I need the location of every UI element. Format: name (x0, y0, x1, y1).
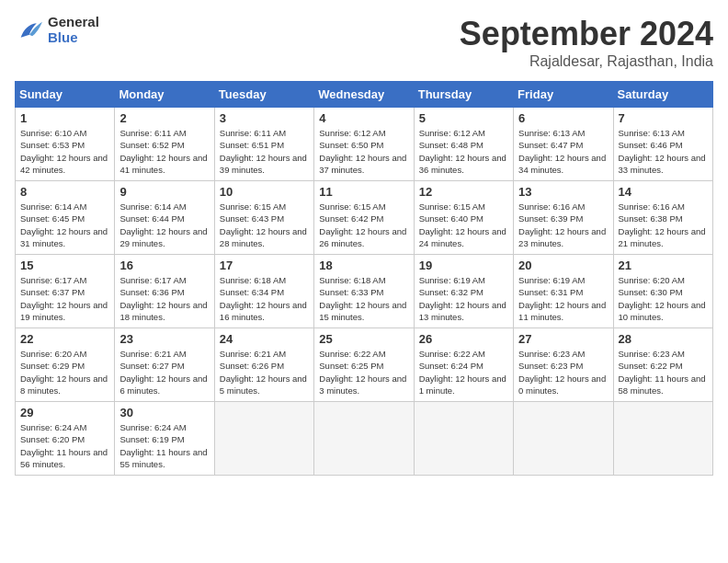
day-cell-13: 13Sunrise: 6:16 AMSunset: 6:39 PMDayligh… (514, 181, 613, 255)
calendar-week-row: 8Sunrise: 6:14 AMSunset: 6:45 PMDaylight… (16, 181, 713, 255)
day-header-friday: Friday (514, 82, 613, 108)
day-cell-21: 21Sunrise: 6:20 AMSunset: 6:30 PMDayligh… (613, 255, 712, 328)
day-cell-20: 20Sunrise: 6:19 AMSunset: 6:31 PMDayligh… (514, 255, 613, 328)
calendar-week-row: 29Sunrise: 6:24 AMSunset: 6:20 PMDayligh… (16, 402, 713, 476)
day-header-saturday: Saturday (613, 82, 712, 108)
day-cell-24: 24Sunrise: 6:21 AMSunset: 6:26 PMDayligh… (214, 328, 313, 402)
empty-cell (514, 402, 613, 476)
day-header-wednesday: Wednesday (314, 82, 414, 108)
calendar-table: SundayMondayTuesdayWednesdayThursdayFrid… (15, 81, 713, 476)
calendar-week-row: 15Sunrise: 6:17 AMSunset: 6:37 PMDayligh… (16, 255, 713, 328)
day-cell-17: 17Sunrise: 6:18 AMSunset: 6:34 PMDayligh… (214, 255, 313, 328)
day-cell-7: 7Sunrise: 6:13 AMSunset: 6:46 PMDaylight… (613, 108, 712, 181)
day-cell-1: 1Sunrise: 6:10 AMSunset: 6:53 PMDaylight… (16, 108, 115, 181)
day-header-monday: Monday (115, 82, 214, 108)
location-title: Rajaldesar, Rajasthan, India (460, 53, 713, 70)
calendar-week-row: 1Sunrise: 6:10 AMSunset: 6:53 PMDaylight… (16, 108, 713, 181)
day-cell-2: 2Sunrise: 6:11 AMSunset: 6:52 PMDaylight… (115, 108, 214, 181)
day-cell-12: 12Sunrise: 6:15 AMSunset: 6:40 PMDayligh… (414, 181, 513, 255)
day-cell-3: 3Sunrise: 6:11 AMSunset: 6:51 PMDaylight… (214, 108, 313, 181)
day-cell-15: 15Sunrise: 6:17 AMSunset: 6:37 PMDayligh… (16, 255, 115, 328)
page-header: General Blue September 2024 Rajaldesar, … (15, 15, 713, 70)
day-cell-30: 30Sunrise: 6:24 AMSunset: 6:19 PMDayligh… (115, 402, 214, 476)
day-cell-18: 18Sunrise: 6:18 AMSunset: 6:33 PMDayligh… (314, 255, 414, 328)
day-header-thursday: Thursday (414, 82, 513, 108)
day-cell-25: 25Sunrise: 6:22 AMSunset: 6:25 PMDayligh… (314, 328, 414, 402)
day-cell-5: 5Sunrise: 6:12 AMSunset: 6:48 PMDaylight… (414, 108, 513, 181)
calendar-week-row: 22Sunrise: 6:20 AMSunset: 6:29 PMDayligh… (16, 328, 713, 402)
day-cell-22: 22Sunrise: 6:20 AMSunset: 6:29 PMDayligh… (16, 328, 115, 402)
day-cell-4: 4Sunrise: 6:12 AMSunset: 6:50 PMDaylight… (314, 108, 414, 181)
day-cell-26: 26Sunrise: 6:22 AMSunset: 6:24 PMDayligh… (414, 328, 513, 402)
day-cell-6: 6Sunrise: 6:13 AMSunset: 6:47 PMDaylight… (514, 108, 613, 181)
day-cell-14: 14Sunrise: 6:16 AMSunset: 6:38 PMDayligh… (613, 181, 712, 255)
day-cell-11: 11Sunrise: 6:15 AMSunset: 6:42 PMDayligh… (314, 181, 414, 255)
day-cell-27: 27Sunrise: 6:23 AMSunset: 6:23 PMDayligh… (514, 328, 613, 402)
month-title: September 2024 (460, 15, 713, 53)
logo-icon (15, 17, 44, 43)
day-cell-9: 9Sunrise: 6:14 AMSunset: 6:44 PMDaylight… (115, 181, 214, 255)
title-block: September 2024 Rajaldesar, Rajasthan, In… (460, 15, 713, 70)
day-cell-23: 23Sunrise: 6:21 AMSunset: 6:27 PMDayligh… (115, 328, 214, 402)
day-cell-10: 10Sunrise: 6:15 AMSunset: 6:43 PMDayligh… (214, 181, 313, 255)
day-cell-28: 28Sunrise: 6:23 AMSunset: 6:22 PMDayligh… (613, 328, 712, 402)
empty-cell (214, 402, 313, 476)
day-cell-8: 8Sunrise: 6:14 AMSunset: 6:45 PMDaylight… (16, 181, 115, 255)
empty-cell (314, 402, 414, 476)
empty-cell (613, 402, 712, 476)
day-cell-29: 29Sunrise: 6:24 AMSunset: 6:20 PMDayligh… (16, 402, 115, 476)
empty-cell (414, 402, 513, 476)
day-cell-19: 19Sunrise: 6:19 AMSunset: 6:32 PMDayligh… (414, 255, 513, 328)
calendar-header-row: SundayMondayTuesdayWednesdayThursdayFrid… (16, 82, 713, 108)
day-header-sunday: Sunday (16, 82, 115, 108)
calendar-body: 1Sunrise: 6:10 AMSunset: 6:53 PMDaylight… (16, 108, 713, 476)
day-cell-16: 16Sunrise: 6:17 AMSunset: 6:36 PMDayligh… (115, 255, 214, 328)
logo: General Blue (15, 15, 99, 45)
day-header-tuesday: Tuesday (214, 82, 313, 108)
